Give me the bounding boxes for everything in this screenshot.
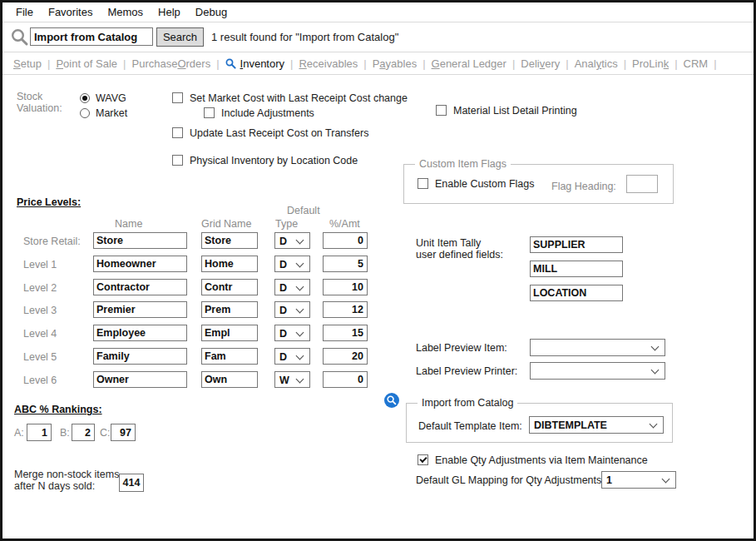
price-row-label-level-2: Level 2 (23, 282, 57, 294)
tab-purchase-orders[interactable]: Purchase Orders (131, 57, 210, 70)
price-grid-name-input-store-retail[interactable] (201, 232, 258, 249)
checkbox-box (172, 155, 183, 166)
tab-analytics[interactable]: Analytics (575, 57, 618, 70)
price-row-label-level-4: Level 4 (23, 328, 57, 340)
tally-field-1[interactable] (530, 236, 623, 253)
tab-separator: | (422, 57, 425, 70)
tab-prolink[interactable]: ProLink (632, 57, 669, 70)
checkbox-include-adjustments[interactable]: Include Adjustments (204, 107, 314, 119)
tally-field-2[interactable] (530, 261, 623, 277)
chevron-down-icon (651, 366, 660, 375)
menu-memos[interactable]: Memos (100, 6, 151, 18)
abc-input-b[interactable] (72, 424, 95, 441)
price-type-dropdown-level-5[interactable]: D (274, 348, 310, 365)
price-name-input-level-6[interactable] (93, 371, 187, 388)
checkbox-box (436, 105, 447, 116)
price-name-input-level-5[interactable] (93, 348, 187, 365)
tab-receivables[interactable]: Receivables (299, 57, 358, 70)
abc-input-a[interactable] (27, 424, 52, 441)
gl-mapping-dropdown[interactable]: 1 (601, 471, 676, 489)
price-header-default: Default (287, 205, 320, 216)
dropdown-value: DIBTEMPLATE (534, 419, 607, 431)
radio-market-label: Market (96, 107, 127, 119)
price-grid-name-input-level-5[interactable] (201, 348, 258, 365)
dropdown-value: D (279, 305, 287, 316)
price-amt-input-level-1[interactable] (323, 256, 368, 272)
merge-nonstock-input[interactable] (119, 474, 144, 492)
price-amt-input-store-retail[interactable] (323, 232, 368, 249)
menu-favorites[interactable]: Favorites (41, 6, 100, 18)
price-name-input-level-3[interactable] (93, 301, 187, 318)
import-from-catalog-group: Import from Catalog Default Template Ite… (406, 403, 673, 443)
price-grid-name-input-level-4[interactable] (201, 325, 258, 341)
price-grid-name-input-level-3[interactable] (201, 301, 258, 318)
chevron-down-icon (296, 375, 304, 384)
price-row-label-store-retail: Store Retail: (23, 236, 81, 247)
price-type-dropdown-level-3[interactable]: D (274, 301, 310, 318)
price-amt-input-level-2[interactable] (323, 279, 368, 295)
checkbox-set-market-cost[interactable]: Set Market Cost with Last Receipt Cost c… (172, 92, 408, 104)
menu-debug[interactable]: Debug (188, 6, 235, 18)
radio-wavg-label: WAVG (96, 92, 126, 104)
checkbox-box (418, 178, 428, 189)
tab-separator: | (714, 57, 716, 70)
price-type-dropdown-store-retail[interactable]: D (274, 232, 310, 249)
tab-payables[interactable]: Payables (373, 57, 417, 70)
checkbox-label: Material List Detail Printing (453, 105, 577, 117)
radio-circle (80, 93, 90, 103)
price-name-input-level-1[interactable] (93, 256, 187, 272)
radio-market[interactable]: Market (80, 107, 127, 119)
custom-item-flags-group: Custom Item Flags Enable Custom Flags Fl… (403, 164, 674, 204)
price-name-input-level-2[interactable] (93, 279, 187, 295)
checkbox-update-last-receipt[interactable]: Update Last Receipt Cost on Transfers (172, 127, 368, 139)
chevron-down-icon (296, 305, 304, 314)
flag-heading-input[interactable] (626, 175, 658, 193)
price-amt-input-level-6[interactable] (323, 371, 368, 388)
tab-point-of-sale[interactable]: Point of Sale (56, 57, 117, 70)
price-name-input-level-4[interactable] (93, 325, 187, 341)
chevron-down-icon (296, 352, 304, 360)
menu-file[interactable]: File (8, 6, 41, 18)
abc-input-c[interactable] (111, 424, 136, 441)
radio-wavg[interactable]: WAVG (80, 92, 126, 104)
checkbox-enable-qty-adjustments[interactable]: Enable Qty Adjustments via Item Maintena… (418, 454, 648, 466)
label-preview-printer-dropdown[interactable] (530, 362, 665, 380)
label-preview-printer-label: Label Preview Printer: (416, 365, 517, 377)
search-button[interactable]: Search (156, 27, 204, 47)
price-row-label-level-5: Level 5 (23, 351, 57, 363)
price-grid-name-input-level-1[interactable] (201, 256, 258, 272)
price-grid-name-input-level-2[interactable] (201, 279, 258, 295)
price-type-dropdown-level-1[interactable]: D (274, 256, 310, 272)
dropdown-value: D (279, 259, 287, 270)
tab-inventory[interactable]: Inventory (225, 57, 285, 70)
search-input[interactable] (30, 27, 153, 46)
price-amt-input-level-3[interactable] (323, 301, 368, 318)
price-type-dropdown-level-4[interactable]: D (274, 325, 310, 341)
tab-separator: | (123, 57, 126, 70)
price-type-dropdown-level-6[interactable]: W (274, 371, 310, 388)
price-amt-input-level-4[interactable] (323, 325, 368, 341)
tab-crm[interactable]: CRM (684, 57, 709, 70)
checkbox-enable-custom-flags[interactable]: Enable Custom Flags (418, 178, 535, 190)
tab-general-ledger[interactable]: General Ledger (432, 57, 506, 70)
price-grid-name-input-level-6[interactable] (201, 371, 258, 388)
checkbox-material-list-printing[interactable]: Material List Detail Printing (436, 105, 577, 117)
label-preview-item-dropdown[interactable] (530, 339, 665, 356)
default-template-item-dropdown[interactable]: DIBTEMPLATE (529, 416, 664, 434)
chevron-down-icon (296, 329, 304, 337)
tab-setup[interactable]: Setup (13, 57, 42, 70)
unit-item-tally-label: Unit Item Tally user defined fields: (416, 237, 503, 261)
checkbox-physical-inventory[interactable]: Physical Inventory by Location Code (172, 155, 358, 166)
abc-label-b: B: (60, 427, 70, 439)
checkbox-label: Enable Custom Flags (435, 178, 535, 190)
checkbox-box (418, 454, 428, 465)
price-amt-input-level-5[interactable] (323, 348, 368, 365)
dropdown-value: D (279, 328, 287, 340)
price-type-dropdown-level-2[interactable]: D (274, 279, 310, 295)
custom-item-flags-title: Custom Item Flags (415, 158, 511, 170)
menu-bar: FileFavoritesMemosHelpDebug (2, 2, 754, 22)
menu-help[interactable]: Help (151, 6, 188, 18)
tab-delivery[interactable]: Delivery (521, 57, 560, 70)
tally-field-3[interactable] (530, 285, 623, 301)
price-name-input-store-retail[interactable] (93, 232, 187, 249)
